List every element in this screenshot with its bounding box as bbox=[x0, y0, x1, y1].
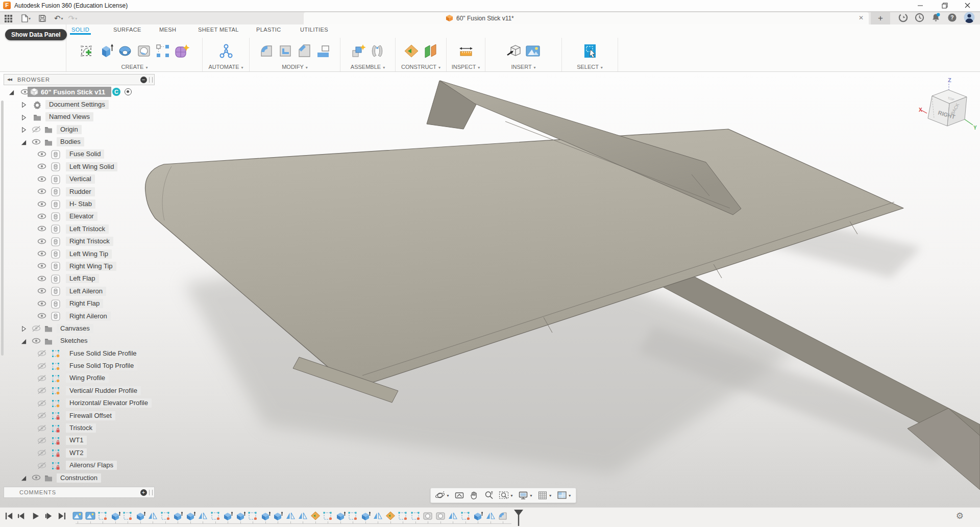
tree-item-label[interactable]: Bodies bbox=[57, 137, 84, 146]
ribbon-tab-surface[interactable]: SURFACE bbox=[113, 27, 141, 33]
joint-icon[interactable] bbox=[369, 41, 386, 61]
timeline-feature-sketch-icon[interactable] bbox=[248, 511, 258, 521]
selected-root-chip[interactable]: 60" Fusion Stick v11 bbox=[28, 87, 111, 97]
update-history-icon[interactable] bbox=[915, 13, 924, 24]
tree-item-h-stab[interactable]: H- Stab bbox=[4, 198, 155, 211]
visibility-eye-off-icon[interactable] bbox=[37, 349, 46, 357]
measure-icon[interactable] bbox=[457, 41, 475, 61]
tree-item-label[interactable]: Firewall Offset bbox=[66, 411, 115, 420]
expander-open-icon[interactable] bbox=[20, 474, 28, 482]
orbit-button[interactable]: ▼ bbox=[435, 490, 450, 500]
timeline-feature-sketch-icon[interactable] bbox=[97, 511, 108, 521]
insert-canvas-icon[interactable] bbox=[524, 41, 542, 61]
tree-item-label[interactable]: Right Aileron bbox=[66, 312, 111, 321]
timeline-feature-sketch-icon[interactable] bbox=[160, 511, 170, 521]
tree-item-ailerons-flaps[interactable]: Ailerons/ Flaps bbox=[4, 460, 155, 472]
comments-panel[interactable]: COMMENTS + bbox=[4, 487, 155, 498]
tree-item-label[interactable]: Tristock bbox=[66, 423, 96, 433]
browser-header[interactable]: ◀◀ BROWSER − bbox=[4, 74, 155, 85]
tree-item-wt1[interactable]: WT1 bbox=[4, 435, 155, 447]
visibility-eye-off-icon[interactable] bbox=[37, 412, 46, 419]
visibility-eye-icon[interactable] bbox=[37, 163, 46, 170]
timeline-feature-canvas-icon[interactable] bbox=[85, 511, 95, 521]
tree-item-sketches[interactable]: Sketches bbox=[4, 335, 155, 347]
ribbon-tab-plastic[interactable]: PLASTIC bbox=[256, 27, 281, 33]
timeline-feature-fillet-icon[interactable] bbox=[498, 511, 508, 521]
tree-item-elevator[interactable]: Elevator bbox=[4, 211, 155, 223]
visibility-eye-icon[interactable] bbox=[37, 188, 46, 195]
timeline-feature-extrude-icon[interactable] bbox=[260, 511, 271, 521]
timeline-feature-extrude-icon[interactable] bbox=[360, 511, 371, 521]
visibility-eye-off-icon[interactable] bbox=[37, 399, 46, 407]
timeline-feature-plane-icon[interactable] bbox=[310, 511, 321, 521]
visibility-eye-icon[interactable] bbox=[37, 200, 46, 208]
tree-item-rudder[interactable]: Rudder bbox=[4, 186, 155, 198]
visibility-eye-icon[interactable] bbox=[37, 150, 46, 158]
visibility-eye-icon[interactable] bbox=[32, 138, 41, 145]
timeline-feature-hole-icon[interactable] bbox=[423, 511, 433, 521]
new-tab-button[interactable]: + bbox=[871, 12, 890, 24]
tree-item-label[interactable]: Fuse Solid Side Profile bbox=[66, 349, 140, 358]
expander-closed-icon[interactable] bbox=[20, 325, 28, 332]
tree-item-label[interactable]: Left Wing Solid bbox=[66, 162, 117, 171]
tree-item-firewall-offset[interactable]: Firewall Offset bbox=[4, 410, 155, 422]
tree-item-label[interactable]: Left Wing Tip bbox=[66, 249, 112, 259]
browser-resize-grip[interactable] bbox=[149, 77, 153, 83]
help-icon[interactable]: ? bbox=[947, 13, 957, 24]
redo-button[interactable]: ↷▾ bbox=[67, 14, 79, 23]
tree-item-canvases[interactable]: Canvases bbox=[4, 322, 155, 335]
minimize-button[interactable] bbox=[912, 0, 929, 11]
tree-item-named-views[interactable]: Named Views bbox=[4, 111, 155, 123]
press-pull-icon[interactable] bbox=[258, 41, 275, 61]
undo-button[interactable]: ↶▾ bbox=[53, 14, 65, 23]
timeline-feature-mirror-icon[interactable] bbox=[198, 511, 208, 521]
group-label-automate[interactable]: AUTOMATE ▾ bbox=[208, 64, 243, 71]
group-label-select[interactable]: SELECT ▾ bbox=[577, 64, 603, 71]
timeline-feature-mirror-icon[interactable] bbox=[448, 511, 458, 521]
create-form-icon[interactable] bbox=[173, 41, 190, 61]
go-to-start-button[interactable] bbox=[4, 511, 13, 520]
timeline-feature-extrude-icon[interactable] bbox=[223, 511, 233, 521]
tree-item-bodies[interactable]: Bodies bbox=[4, 136, 155, 148]
timeline-feature-extrude-icon[interactable] bbox=[173, 511, 183, 521]
tree-item-label[interactable]: Vertical/ Rudder Profile bbox=[66, 386, 141, 395]
step-back-button[interactable] bbox=[17, 511, 27, 520]
shell-icon[interactable] bbox=[277, 41, 294, 61]
group-label-modify[interactable]: MODIFY ▾ bbox=[282, 64, 308, 71]
tree-item-label[interactable]: Document Settings bbox=[45, 100, 109, 109]
offset-face-icon[interactable] bbox=[314, 41, 332, 61]
timeline-feature-mirror-icon[interactable] bbox=[148, 511, 158, 521]
tree-item-left-flap[interactable]: Left Flap bbox=[4, 273, 155, 285]
tree-item-wing-profile[interactable]: Wing Profile bbox=[4, 372, 155, 385]
visibility-eye-off-icon[interactable] bbox=[37, 362, 46, 369]
group-label-insert[interactable]: INSERT ▾ bbox=[511, 64, 535, 71]
tree-item-label[interactable]: Vertical bbox=[66, 174, 95, 184]
tree-item-fuse-solid[interactable]: Fuse Solid bbox=[4, 148, 155, 161]
timeline-feature-sketch-icon[interactable] bbox=[410, 511, 421, 521]
timeline-feature-mirror-icon[interactable] bbox=[373, 511, 383, 521]
expander-open-icon[interactable] bbox=[20, 139, 28, 146]
visibility-eye-icon[interactable] bbox=[37, 312, 46, 319]
timeline-playhead[interactable] bbox=[513, 510, 524, 527]
visibility-eye-off-icon[interactable] bbox=[37, 437, 46, 444]
visibility-eye-off-icon[interactable] bbox=[32, 126, 41, 133]
expander-open-icon[interactable] bbox=[20, 338, 28, 345]
collaboration-badge[interactable]: C bbox=[112, 88, 120, 96]
job-status-icon[interactable] bbox=[898, 13, 908, 24]
timeline-feature-extrude-icon[interactable] bbox=[235, 511, 246, 521]
visibility-eye-icon[interactable] bbox=[32, 337, 41, 344]
ribbon-tab-mesh[interactable]: MESH bbox=[159, 27, 176, 33]
chamfer-icon[interactable] bbox=[296, 41, 313, 61]
tree-item-label[interactable]: Left Aileron bbox=[66, 287, 106, 296]
visibility-eye-icon[interactable] bbox=[37, 275, 46, 282]
timeline-feature-mirror-icon[interactable] bbox=[298, 511, 308, 521]
viewcube[interactable]: Z RIGHT BACK TOP X Y bbox=[919, 76, 979, 133]
timeline-feature-hole-icon[interactable] bbox=[435, 511, 446, 521]
tree-item-right-tristock[interactable]: Right Tristock bbox=[4, 236, 155, 248]
account-avatar[interactable] bbox=[964, 12, 975, 25]
tree-item-vertical-rudder-profile[interactable]: Vertical/ Rudder Profile bbox=[4, 385, 155, 397]
visibility-eye-off-icon[interactable] bbox=[37, 449, 46, 456]
tree-item-construction[interactable]: Construction bbox=[4, 472, 155, 484]
tree-item-fuse-solid-top-profile[interactable]: Fuse Solid Top Profile bbox=[4, 360, 155, 372]
visibility-eye-icon[interactable] bbox=[32, 474, 41, 481]
